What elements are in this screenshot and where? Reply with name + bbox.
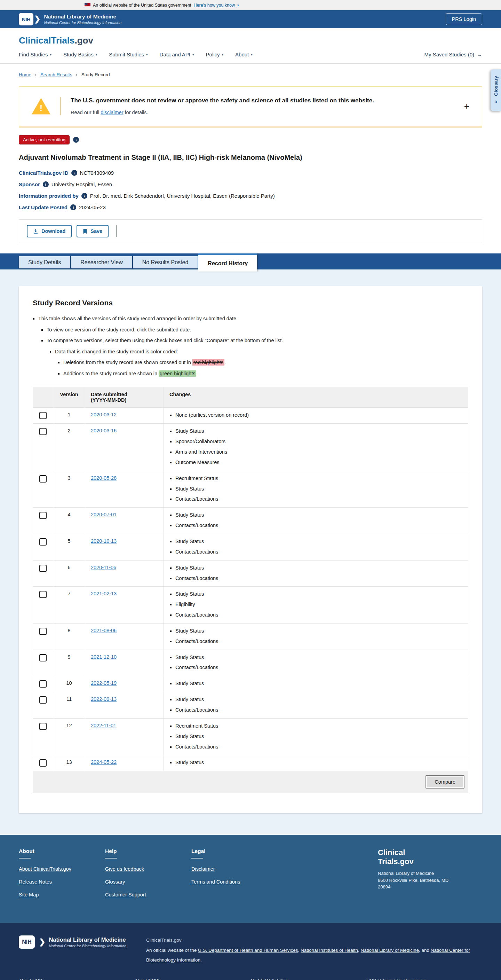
warning-divider: [60, 97, 61, 115]
version-checkbox[interactable]: [39, 723, 47, 730]
footer: AboutAbout ClinicalTrials.govRelease Not…: [0, 835, 501, 923]
footer-link-customer-support[interactable]: Customer Support: [105, 892, 191, 897]
version-number: 2: [68, 428, 70, 433]
tab-record-history[interactable]: Record History: [198, 253, 257, 272]
date-cell: 2020-05-28: [85, 471, 164, 508]
compare-button[interactable]: Compare: [425, 775, 465, 789]
footer-link-no-fear-act-data[interactable]: No FEAR Act Data: [251, 978, 366, 980]
version-number: 1: [68, 412, 70, 417]
field-value: University Hospital, Essen: [51, 181, 112, 187]
footer-column-about: AboutAbout ClinicalTrials.govRelease Not…: [19, 848, 105, 905]
status-badge: Active, not recruiting: [19, 135, 70, 145]
how-you-know-link[interactable]: Here's how you know: [194, 3, 235, 8]
nav-item-about[interactable]: About▾: [235, 51, 252, 57]
nih-logo[interactable]: NIH: [19, 13, 33, 25]
download-icon: [33, 229, 38, 234]
glossary-side-tab[interactable]: Glossary «: [491, 69, 501, 111]
submitted-date-link[interactable]: 2024-05-22: [91, 759, 117, 765]
save-button[interactable]: Save: [76, 225, 109, 237]
submitted-date-link[interactable]: 2020-10-13: [91, 538, 117, 544]
submitted-date-link[interactable]: 2021-02-13: [91, 591, 117, 597]
page: An official website of the United States…: [0, 0, 501, 980]
submitted-date-link[interactable]: 2022-11-01: [91, 723, 116, 728]
info-icon[interactable]: i: [70, 204, 76, 210]
version-checkbox[interactable]: [39, 475, 47, 482]
footer-link-hhs-vulnerability-disclosure[interactable]: HHS Vulnerability Disclosure: [366, 978, 482, 980]
footer-link-about-hhs[interactable]: About HHS: [19, 978, 135, 980]
nlm-footer-logo[interactable]: NIH ❯ National Library of Medicine Natio…: [19, 935, 146, 949]
version-number-cell: 4: [53, 508, 85, 534]
version-number: 7: [68, 591, 70, 597]
version-row: 132024-05-22Study Status: [33, 755, 468, 771]
info-icon[interactable]: i: [71, 170, 77, 176]
footer-link-about-ncbi[interactable]: About NCBI: [135, 978, 251, 980]
date-cell: 2021-08-06: [85, 623, 164, 650]
note-additions: Additions to the study record are shown …: [63, 371, 468, 377]
note-compare: To compare two versions, select them usi…: [47, 337, 468, 377]
submitted-date-link[interactable]: 2020-05-28: [91, 475, 117, 481]
footer-link-about-clinicaltrials-gov[interactable]: About ClinicalTrials.gov: [19, 866, 105, 872]
disclaimer-link[interactable]: disclaimer: [101, 110, 123, 115]
nlm-title: National Library of Medicine: [44, 14, 121, 20]
submitted-date-link[interactable]: 2021-12-10: [91, 654, 117, 660]
version-checkbox[interactable]: [39, 412, 47, 419]
nav-item-submit-studies[interactable]: Submit Studies▾: [109, 51, 147, 57]
nav-item-find-studies[interactable]: Find Studies▾: [19, 51, 51, 57]
submitted-date-link[interactable]: 2022-09-13: [91, 696, 117, 702]
note-intro: This table shows all the versions of thi…: [38, 315, 468, 377]
glossary-label: Glossary: [493, 76, 499, 96]
footer-link-release-notes[interactable]: Release Notes: [19, 879, 105, 885]
footer-link-glossary[interactable]: Glossary: [105, 879, 191, 885]
versions-table-body: 12020-03-12None (earliest version on rec…: [33, 408, 468, 771]
version-column-header: Version: [53, 387, 85, 408]
version-checkbox[interactable]: [39, 565, 47, 572]
prs-login-button[interactable]: PRS Login: [446, 13, 482, 25]
nih-link[interactable]: National Institutes of Health: [301, 948, 358, 953]
breadcrumb-search-results[interactable]: Search Results: [40, 72, 72, 77]
info-icon[interactable]: i: [43, 181, 49, 187]
expand-warning-button[interactable]: +: [464, 101, 469, 112]
version-checkbox[interactable]: [39, 654, 47, 662]
version-checkbox[interactable]: [39, 628, 47, 635]
version-checkbox[interactable]: [39, 538, 47, 546]
version-row: 32020-05-28Recruitment StatusStudy Statu…: [33, 471, 468, 508]
submitted-date-link[interactable]: 2021-08-06: [91, 628, 117, 633]
clinicaltrials-logo[interactable]: ClinicalTrials.gov: [19, 35, 93, 46]
submitted-date-link[interactable]: 2020-11-06: [91, 565, 116, 570]
download-button[interactable]: Download: [27, 225, 72, 237]
change-item: None (earliest version on record): [175, 412, 462, 418]
my-saved-studies-link[interactable]: My Saved Studies (0) →: [425, 51, 482, 57]
field-sponsor: Sponsor i University Hospital, Essen: [19, 181, 482, 187]
tab-no-results-posted[interactable]: No Results Posted: [133, 256, 199, 269]
submitted-date-link[interactable]: 2020-03-16: [91, 428, 117, 433]
tab-researcher-view[interactable]: Researcher View: [71, 256, 133, 269]
info-icon[interactable]: i: [73, 137, 79, 143]
nav-item-study-basics[interactable]: Study Basics▾: [63, 51, 97, 57]
nav-item-policy[interactable]: Policy▾: [206, 51, 224, 57]
changes-cell: Study StatusContacts/Locations: [164, 623, 468, 650]
hhs-link[interactable]: U.S. Department of Health and Human Serv…: [198, 948, 298, 953]
submitted-date-link[interactable]: 2022-05-19: [91, 680, 117, 686]
breadcrumb-home[interactable]: Home: [19, 72, 31, 77]
footer-link-site-map[interactable]: Site Map: [19, 892, 105, 897]
version-checkbox[interactable]: [39, 591, 47, 598]
nav-item-data-and-api[interactable]: Data and API▾: [160, 51, 194, 57]
submitted-date-link[interactable]: 2020-07-01: [91, 512, 117, 517]
version-checkbox[interactable]: [39, 512, 47, 519]
official-statement-text: An official website of the U.S. Departme…: [146, 945, 482, 966]
version-checkbox[interactable]: [39, 428, 47, 435]
submitted-date-link[interactable]: 2020-03-12: [91, 412, 117, 417]
tab-study-details[interactable]: Study Details: [19, 256, 71, 269]
change-item: Sponsor/Collaborators: [175, 438, 462, 445]
version-checkbox[interactable]: [39, 696, 47, 703]
nlm-link[interactable]: National Library of Medicine: [361, 948, 419, 953]
footer-link-disclaimer[interactable]: Disclaimer: [191, 866, 323, 872]
footer-link-terms-and-conditions[interactable]: Terms and Conditions: [191, 879, 323, 885]
footer-bottom-links: About HHSAbout NIHAbout NLMAbout NCBIAcc…: [19, 978, 482, 980]
chevron-down-icon: ▾: [222, 53, 224, 56]
version-checkbox[interactable]: [39, 759, 47, 767]
info-icon[interactable]: i: [81, 193, 87, 199]
nih-logo-chevron-icon: ❯: [39, 937, 45, 947]
footer-link-give-us-feedback[interactable]: Give us feedback: [105, 866, 191, 872]
version-checkbox[interactable]: [39, 680, 47, 687]
